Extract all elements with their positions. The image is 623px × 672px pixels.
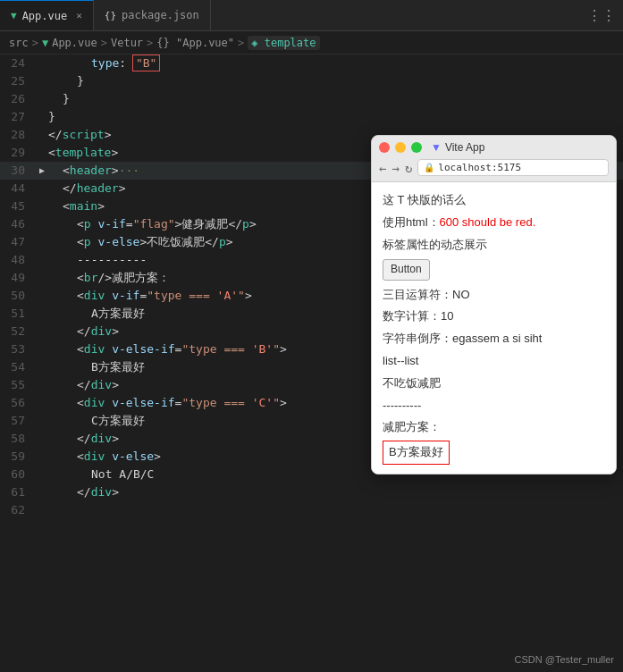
- browser-title: ▼ Vite App: [431, 141, 484, 154]
- browser-line-7: 字符串倒序：egassem a si siht: [383, 328, 605, 350]
- browser-line-5: 三目运算符：NO: [383, 284, 605, 307]
- browser-nav: ← → ↻ 🔒 localhost:5175: [379, 159, 609, 176]
- lock-icon: 🔒: [424, 163, 434, 172]
- breadcrumb-sep4: >: [238, 37, 244, 49]
- line-number: 30: [0, 162, 36, 180]
- breadcrumb-src: src: [9, 37, 29, 49]
- maximize-circle[interactable]: [411, 142, 422, 153]
- browser-line-result: B方案最好: [383, 439, 605, 466]
- tab-package-json[interactable]: {} package.json: [94, 0, 211, 30]
- browser-line-11: 减肥方案：: [383, 416, 605, 439]
- browser-line-6: 数字计算：10: [383, 306, 605, 328]
- line-content: </div>: [48, 483, 623, 501]
- browser-line-8: list--list: [383, 350, 605, 373]
- tab-bar-actions: ⋮⋮: [587, 7, 623, 24]
- line-number: 53: [0, 340, 36, 358]
- browser-line-10: ----------: [383, 395, 605, 417]
- tab-package-json-label: package.json: [122, 9, 199, 21]
- line-content: }: [48, 108, 623, 126]
- code-line-25: 25 }: [0, 72, 623, 90]
- breadcrumb-vetur: Vetur: [111, 37, 143, 49]
- vite-icon: ▼: [431, 141, 442, 154]
- line-number: 25: [0, 72, 36, 90]
- line-number: 52: [0, 323, 36, 340]
- browser-chrome: ▼ Vite App ← → ↻ 🔒 localhost:5175: [372, 136, 616, 182]
- breadcrumb-vue-icon: ▼: [42, 37, 48, 49]
- code-line-62: 62: [0, 501, 623, 519]
- breadcrumb-sep3: >: [147, 37, 153, 49]
- code-line-24: 24 type: "B": [0, 55, 623, 72]
- line-number: 56: [0, 394, 36, 412]
- line-number: 45: [0, 197, 36, 215]
- forward-button[interactable]: →: [391, 161, 399, 175]
- breadcrumb: src > ▼ App.vue > Vetur > {} "App.vue" >…: [0, 31, 623, 55]
- minimize-circle[interactable]: [395, 142, 406, 153]
- line-number: 51: [0, 305, 36, 323]
- code-editor: 24 type: "B" 25 } 26 } 27 } 28 </script>…: [0, 55, 623, 672]
- refresh-button[interactable]: ↻: [405, 161, 412, 175]
- address-bar[interactable]: 🔒 localhost:5175: [417, 159, 609, 176]
- breadcrumb-sep2: >: [101, 37, 107, 49]
- code-line-61: 61 </div>: [0, 483, 623, 501]
- line-number: 59: [0, 448, 36, 466]
- line-number: 26: [0, 90, 36, 108]
- browser-line-2: 使用html：600 should be red.: [383, 212, 605, 234]
- address-text: localhost:5175: [438, 162, 521, 173]
- back-button[interactable]: ←: [379, 161, 386, 175]
- line-number: 44: [0, 180, 36, 197]
- browser-line-9: 不吃饭减肥: [383, 373, 605, 395]
- browser-title-text: Vite App: [445, 141, 484, 154]
- line-number: 46: [0, 215, 36, 233]
- browser-line-1: 这 T 快版的话么: [383, 189, 605, 212]
- line-number: 57: [0, 412, 36, 430]
- breadcrumb-obj: {} "App.vue": [156, 37, 234, 49]
- code-line-26: 26 }: [0, 90, 623, 108]
- line-number: 29: [0, 144, 36, 162]
- browser-popup: ▼ Vite App ← → ↻ 🔒 localhost:5175 这 T 快版…: [371, 135, 617, 475]
- line-number: 49: [0, 269, 36, 287]
- tab-close-icon[interactable]: ✕: [76, 10, 82, 21]
- tab-app-vue-label: App.vue: [22, 10, 68, 22]
- line-number: 61: [0, 483, 36, 501]
- line-content: }: [48, 72, 623, 90]
- close-circle[interactable]: [379, 142, 390, 153]
- breadcrumb-app-vue: App.vue: [52, 37, 97, 49]
- collapse-arrow[interactable]: ▶: [36, 162, 48, 180]
- line-number: 62: [0, 501, 36, 519]
- line-number: 28: [0, 126, 36, 144]
- browser-content: 这 T 快版的话么 使用html：600 should be red. 标签属性…: [372, 182, 616, 474]
- browser-line-4: Button: [383, 256, 605, 283]
- watermark: CSDN @Tester_muller: [515, 654, 614, 665]
- line-content: }: [48, 90, 623, 108]
- code-line-27: 27 }: [0, 108, 623, 126]
- json-icon: {}: [105, 10, 116, 21]
- browser-line-3: 标签属性的动态展示: [383, 234, 605, 256]
- button-display: Button: [383, 259, 430, 280]
- result-box: B方案最好: [383, 441, 450, 465]
- browser-title-bar: ▼ Vite App: [379, 141, 609, 154]
- line-number: 58: [0, 430, 36, 448]
- breadcrumb-sep1: >: [32, 37, 38, 49]
- line-number: 47: [0, 233, 36, 251]
- line-number: 48: [0, 251, 36, 269]
- line-number: 24: [0, 55, 36, 72]
- breadcrumb-template: ◈ template: [248, 36, 319, 50]
- line-number: 55: [0, 376, 36, 394]
- line-number: 27: [0, 108, 36, 126]
- line-number: 54: [0, 358, 36, 376]
- line-content: type: "B": [48, 55, 623, 72]
- line-number: 60: [0, 466, 36, 483]
- line-number: 50: [0, 287, 36, 305]
- tab-bar: ▼ App.vue ✕ {} package.json ⋮⋮: [0, 0, 623, 31]
- vue-icon: ▼: [11, 10, 17, 21]
- tab-app-vue[interactable]: ▼ App.vue ✕: [0, 0, 94, 30]
